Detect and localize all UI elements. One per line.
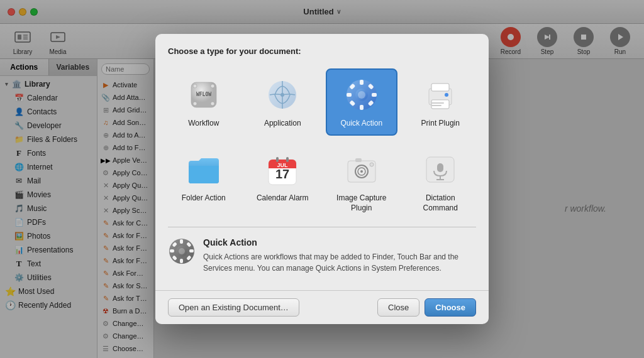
choose-button[interactable]: Choose <box>425 298 476 317</box>
svg-point-14 <box>193 84 197 88</box>
workflow-label: Workflow <box>188 119 219 129</box>
close-button[interactable]: Close <box>377 298 419 317</box>
folder-action-icon <box>185 151 223 188</box>
open-existing-button[interactable]: Open an Existing Document… <box>168 298 299 317</box>
svg-rect-35 <box>431 102 444 104</box>
description-icon <box>168 237 196 265</box>
svg-point-49 <box>370 163 374 166</box>
dictation-icon <box>421 151 459 188</box>
svg-rect-42 <box>276 157 279 162</box>
modal-description: Quick Action Quick Actions are workflows… <box>155 227 489 290</box>
svg-point-17 <box>193 102 197 106</box>
modal-dialog: Choose a type for your document: WFLOW <box>155 34 489 325</box>
description-text: Quick Action Quick Actions are workflows… <box>203 237 476 274</box>
image-capture-icon <box>343 151 380 188</box>
svg-rect-36 <box>431 105 441 106</box>
svg-text:17: 17 <box>275 167 289 181</box>
modal-header: Choose a type for your document: <box>155 34 489 62</box>
modal-item-print-plugin[interactable]: Print Plugin <box>405 68 477 136</box>
modal-overlay: Choose a type for your document: WFLOW <box>0 0 644 358</box>
modal-footer: Open an Existing Document… Close Choose <box>155 290 489 324</box>
modal-item-dictation[interactable]: Dictation Command <box>405 143 477 220</box>
svg-rect-57 <box>170 249 174 252</box>
svg-rect-56 <box>180 259 183 263</box>
svg-point-19 <box>280 93 284 97</box>
modal-item-image-capture[interactable]: Image Capture Plugin <box>326 143 397 220</box>
modal-item-application[interactable]: Application <box>247 68 319 136</box>
workflow-icon: WFLOW <box>185 76 223 114</box>
svg-rect-51 <box>437 163 443 172</box>
svg-point-16 <box>211 102 214 106</box>
svg-rect-33 <box>431 100 449 109</box>
svg-rect-43 <box>286 157 289 162</box>
svg-point-47 <box>360 170 363 173</box>
dictation-label: Dictation Command <box>411 193 470 213</box>
svg-rect-48 <box>355 158 362 162</box>
modal-grid: WFLOW Workflow <box>155 62 489 227</box>
description-title: Quick Action <box>203 237 476 247</box>
modal-item-quick-action[interactable]: Quick Action <box>326 68 397 136</box>
svg-rect-22 <box>360 105 364 110</box>
modal-item-workflow[interactable]: WFLOW Workflow <box>168 68 240 136</box>
svg-point-30 <box>358 91 365 99</box>
svg-point-15 <box>211 84 214 88</box>
folder-action-label: Folder Action <box>182 193 226 203</box>
calendar-alarm-icon: JUL 17 <box>264 151 301 188</box>
svg-rect-55 <box>180 239 183 244</box>
svg-point-34 <box>445 93 448 97</box>
modal-item-calendar-alarm[interactable]: JUL 17 Calendar Alarm <box>247 143 319 220</box>
svg-point-64 <box>179 248 185 254</box>
calendar-alarm-label: Calendar Alarm <box>257 193 309 203</box>
svg-rect-24 <box>372 93 377 97</box>
application-label: Application <box>264 119 301 129</box>
description-body: Quick Actions are workflows that may be … <box>203 251 476 274</box>
quick-action-label: Quick Action <box>340 119 382 129</box>
modal-item-folder-action[interactable]: Folder Action <box>168 143 240 220</box>
print-plugin-label: Print Plugin <box>421 119 460 129</box>
svg-rect-23 <box>347 93 352 97</box>
svg-text:WFLOW: WFLOW <box>196 92 211 97</box>
svg-rect-21 <box>360 80 364 85</box>
svg-rect-32 <box>431 84 449 91</box>
image-capture-label: Image Capture Plugin <box>332 193 391 213</box>
print-plugin-icon <box>421 76 459 114</box>
application-icon <box>264 76 301 114</box>
svg-rect-58 <box>189 249 194 252</box>
quick-action-icon <box>343 76 380 114</box>
